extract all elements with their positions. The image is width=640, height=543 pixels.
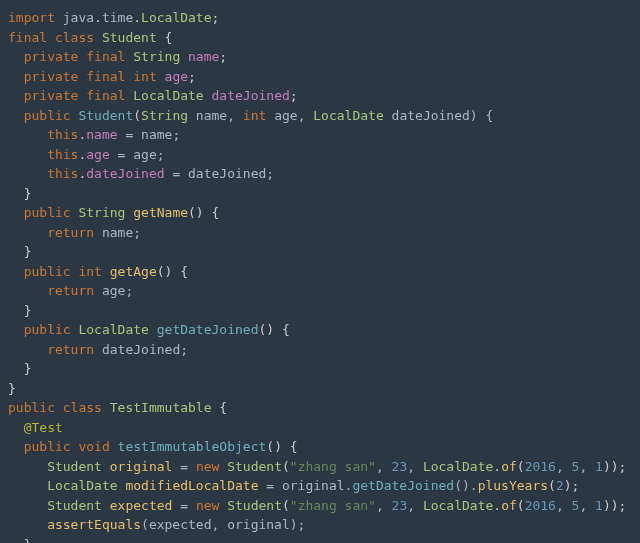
- code-line: public void testImmutableObject() {: [8, 439, 298, 454]
- code-line: }: [8, 537, 31, 544]
- code-line: return name;: [8, 225, 141, 240]
- code-line: this.name = name;: [8, 127, 180, 142]
- code-line: import java.time.LocalDate;: [8, 10, 219, 25]
- code-line: return dateJoined;: [8, 342, 188, 357]
- code-line: }: [8, 244, 31, 259]
- code-line: }: [8, 381, 16, 396]
- code-line: LocalDate modifiedLocalDate = original.g…: [8, 478, 579, 493]
- code-line: return age;: [8, 283, 133, 298]
- code-line: public String getName() {: [8, 205, 219, 220]
- code-line: private final String name;: [8, 49, 227, 64]
- code-line: public class TestImmutable {: [8, 400, 227, 415]
- code-line: public Student(String name, int age, Loc…: [8, 108, 493, 123]
- code-line: Student original = new Student("zhang sa…: [8, 459, 626, 474]
- code-line: Student expected = new Student("zhang sa…: [8, 498, 626, 513]
- code-line: public LocalDate getDateJoined() {: [8, 322, 290, 337]
- code-block: import java.time.LocalDate; final class …: [8, 8, 632, 543]
- code-line: assertEquals(expected, original);: [8, 517, 305, 532]
- code-line: }: [8, 186, 31, 201]
- code-line: private final LocalDate dateJoined;: [8, 88, 298, 103]
- code-line: this.age = age;: [8, 147, 165, 162]
- code-line: private final int age;: [8, 69, 196, 84]
- code-line: }: [8, 303, 31, 318]
- code-line: }: [8, 361, 31, 376]
- code-line: @Test: [8, 420, 63, 435]
- code-line: public int getAge() {: [8, 264, 188, 279]
- code-line: this.dateJoined = dateJoined;: [8, 166, 274, 181]
- code-line: final class Student {: [8, 30, 172, 45]
